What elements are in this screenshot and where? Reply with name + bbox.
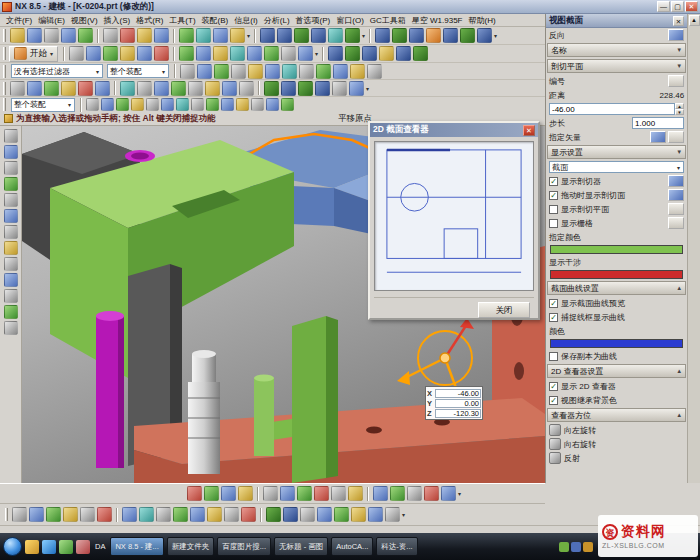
text-tool-icon[interactable] — [331, 486, 346, 501]
toolbar-icon[interactable] — [61, 28, 76, 43]
selection-scope-dropdown[interactable]: 整个装配 ▾ — [107, 64, 169, 78]
vector-constructor-button[interactable] — [650, 131, 666, 143]
toolbar-icon[interactable] — [137, 46, 152, 61]
tray-icon[interactable] — [583, 542, 593, 552]
toolbar-icon[interactable] — [196, 28, 211, 43]
interference-color-swatch[interactable] — [550, 270, 683, 279]
close-dialog-button[interactable]: 关闭 — [478, 302, 530, 318]
checkbox[interactable] — [549, 352, 558, 361]
cutter-options-button[interactable] — [668, 175, 684, 187]
toolbar-icon[interactable] — [204, 486, 219, 501]
toolbar-icon[interactable] — [460, 28, 475, 43]
toolbar-icon[interactable] — [236, 98, 249, 111]
scroll-up-icon[interactable]: ▲ — [689, 15, 700, 26]
folder-icon[interactable] — [25, 540, 39, 554]
menu-edit[interactable]: 编辑(E) — [35, 15, 68, 26]
toolbar-icon[interactable] — [333, 64, 348, 79]
toolbar-icon[interactable] — [238, 486, 253, 501]
x-value-field[interactable]: -46.00 — [435, 389, 481, 398]
toolbar-icon[interactable] — [4, 209, 18, 223]
step-input[interactable] — [632, 117, 684, 129]
toolbar-icon[interactable] — [247, 46, 262, 61]
menu-view[interactable]: 视图(V) — [68, 15, 101, 26]
toolbar-icon[interactable] — [298, 46, 313, 61]
toolbar-icon[interactable] — [443, 28, 458, 43]
toolbar-icon[interactable] — [137, 28, 152, 43]
mirror-row[interactable]: 反射 — [546, 451, 687, 465]
toolbar-grip[interactable] — [5, 508, 8, 521]
section-type-dropdown[interactable]: 截面 ▾ — [549, 161, 684, 173]
cap-color-swatch[interactable] — [550, 245, 683, 254]
menu-custom[interactable]: 星空 W1.935F — [409, 15, 466, 26]
menu-gc-toolbox[interactable]: GC工具箱 — [367, 15, 409, 26]
toolbar-icon[interactable] — [196, 46, 211, 61]
rotate-left-row[interactable]: 向左旋转 — [546, 423, 687, 437]
toolbar-icon[interactable] — [348, 486, 363, 501]
toolbar-icon[interactable] — [137, 81, 152, 96]
toolbar-icon[interactable] — [231, 64, 246, 79]
toolbar-icon[interactable] — [97, 507, 112, 522]
menu-help[interactable]: 帮助(H) — [466, 15, 499, 26]
toolbar-icon[interactable] — [4, 177, 18, 191]
maximize-button[interactable]: ▢ — [671, 1, 684, 12]
toolbar-icon[interactable] — [187, 486, 202, 501]
toolbar-icon[interactable] — [191, 98, 204, 111]
toolbar-icon[interactable] — [197, 64, 212, 79]
toolbar-icon[interactable] — [95, 81, 110, 96]
checkbox[interactable] — [549, 205, 558, 214]
toolbar-icon[interactable] — [176, 98, 189, 111]
toolbar-icon[interactable] — [385, 507, 400, 522]
taskbar-item[interactable]: 百度图片搜... — [217, 537, 271, 556]
toolbar-icon[interactable] — [315, 81, 330, 96]
toolbar-icon[interactable] — [441, 486, 456, 501]
toolbar-grip[interactable] — [3, 82, 6, 95]
toolbar-icon[interactable] — [12, 507, 27, 522]
toolbar-icon[interactable] — [350, 64, 365, 79]
menu-preferences[interactable]: 首选项(P) — [293, 15, 334, 26]
toolbar-icon[interactable] — [120, 46, 135, 61]
dropdown-caret-icon[interactable]: ▾ — [315, 50, 318, 57]
toolbar-icon[interactable] — [281, 46, 296, 61]
toolbar-icon[interactable] — [221, 98, 234, 111]
toolbar-icon[interactable] — [396, 46, 411, 61]
taskbar-item[interactable]: 无标题 - 画图 — [274, 537, 328, 556]
extrude-icon[interactable] — [260, 28, 275, 43]
rotate-right-row[interactable]: 向右旋转 — [546, 437, 687, 451]
toolbar-icon[interactable] — [283, 507, 298, 522]
close-button[interactable]: ✕ — [685, 1, 698, 12]
plane-options-button[interactable] — [668, 203, 684, 215]
toolbar-icon[interactable] — [101, 98, 114, 111]
toolbar-icon[interactable] — [413, 46, 428, 61]
toolbar-icon[interactable] — [154, 81, 169, 96]
toolbar-icon[interactable] — [116, 98, 129, 111]
toolbar-icon[interactable] — [4, 273, 18, 287]
group-section-plane[interactable]: 剖切平面 ▼ — [547, 59, 686, 73]
toolbar-icon[interactable] — [264, 46, 279, 61]
work-part-dropdown[interactable]: 整个装配 ▾ — [11, 98, 75, 112]
group-viewer-orientation[interactable]: 查看器方位 ▲ — [547, 408, 686, 422]
toolbar-icon[interactable] — [241, 507, 256, 522]
toolbar-icon[interactable] — [317, 507, 332, 522]
toolbar-icon[interactable] — [298, 81, 313, 96]
toolbar-grip[interactable] — [3, 98, 6, 111]
curve-color-swatch[interactable] — [550, 339, 683, 348]
toolbar-icon[interactable] — [362, 46, 377, 61]
toolbar-icon[interactable] — [205, 81, 220, 96]
dropdown-caret-icon[interactable]: ▾ — [247, 32, 250, 39]
toolbar-icon[interactable] — [332, 81, 347, 96]
toolbar-icon[interactable] — [426, 28, 441, 43]
toolbar-icon[interactable] — [345, 46, 360, 61]
toolbar-icon[interactable] — [263, 486, 278, 501]
menu-file[interactable]: 文件(F) — [3, 15, 35, 26]
toolbar-icon[interactable] — [44, 81, 59, 96]
reverse-direction-button[interactable] — [668, 29, 684, 41]
toolbar-icon[interactable] — [328, 46, 343, 61]
checkbox[interactable]: ✓ — [549, 382, 558, 391]
number-stepper[interactable] — [668, 75, 684, 87]
section-viewer-dialog[interactable]: 2D 截面查看器 ✕ 关闭 — [368, 121, 540, 320]
toolbar-icon[interactable] — [154, 46, 169, 61]
toolbar-icon[interactable] — [213, 46, 228, 61]
toolbar-icon[interactable] — [139, 507, 154, 522]
toolbar-icon[interactable] — [251, 98, 264, 111]
toolbar-icon[interactable] — [206, 98, 219, 111]
